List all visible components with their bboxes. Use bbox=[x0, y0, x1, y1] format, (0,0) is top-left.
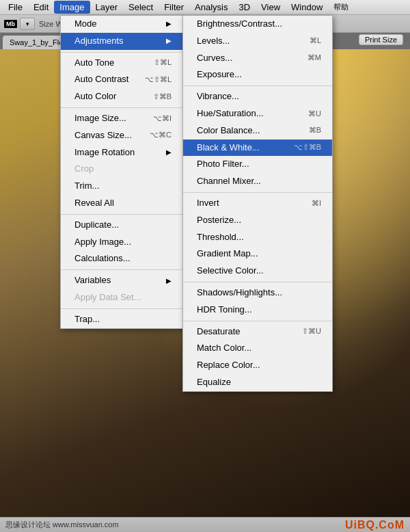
menu-auto-color[interactable]: Auto Color ⇧⌘B bbox=[61, 88, 182, 105]
menu-mode[interactable]: Mode ▶ bbox=[61, 16, 182, 33]
separator bbox=[183, 192, 332, 193]
image-menu-dropdown: Mode ▶ Adjustments ▶ Auto Tone ⇧⌘L Auto … bbox=[60, 15, 183, 329]
separator bbox=[183, 321, 332, 321]
menu-trim[interactable]: Trim... bbox=[61, 178, 182, 195]
menu-posterize[interactable]: Posterize... bbox=[183, 212, 332, 229]
menu-window[interactable]: Window bbox=[286, 1, 328, 14]
menu-edit[interactable]: Edit bbox=[28, 1, 54, 14]
bottombar: 思缘设计论坛 www.missvuan.com UiBQ.CoM bbox=[0, 517, 410, 532]
menu-equalize[interactable]: Equalize bbox=[183, 374, 332, 391]
menu-image[interactable]: Image bbox=[54, 1, 90, 14]
menu-file[interactable]: File bbox=[3, 1, 28, 14]
menu-view[interactable]: View bbox=[256, 1, 286, 14]
menu-shadows-highlights[interactable]: Shadows/Highlights... bbox=[183, 284, 332, 302]
bottom-logo: UiBQ.CoM bbox=[345, 519, 405, 531]
menu-help[interactable]: 帮助 bbox=[328, 1, 354, 14]
menu-brightness-contrast[interactable]: Brightness/Contrast... bbox=[183, 16, 332, 33]
menu-duplicate[interactable]: Duplicate... bbox=[61, 217, 182, 234]
menu-selective-color[interactable]: Selective Color... bbox=[183, 263, 332, 280]
menubar: File Edit Image Layer Select Filter Anal… bbox=[0, 0, 410, 15]
separator bbox=[61, 214, 182, 215]
menu-desaturate[interactable]: Desaturate ⇧⌘U bbox=[183, 323, 332, 341]
menu-replace-color[interactable]: Replace Color... bbox=[183, 357, 332, 374]
menu-apply-image[interactable]: Apply Image... bbox=[61, 234, 182, 251]
toolbar-btn-1[interactable]: ▾ bbox=[20, 18, 35, 30]
menu-hue-saturation[interactable]: Hue/Saturation... ⌘U bbox=[183, 105, 332, 122]
separator bbox=[183, 282, 332, 282]
mb-icon: Mb bbox=[4, 20, 17, 28]
menu-image-size[interactable]: Image Size... ⌥⌘I bbox=[61, 110, 182, 127]
menu-adjustments[interactable]: Adjustments ▶ bbox=[61, 33, 182, 50]
separator bbox=[61, 107, 182, 108]
menu-canvas-size[interactable]: Canvas Size... ⌥⌘C bbox=[61, 127, 182, 144]
menu-3d[interactable]: 3D bbox=[233, 1, 256, 14]
menu-exposure[interactable]: Exposure... bbox=[183, 66, 332, 83]
menu-trap[interactable]: Trap... bbox=[61, 311, 182, 328]
menu-levels[interactable]: Levels... ⌘L bbox=[183, 33, 332, 50]
menu-select[interactable]: Select bbox=[123, 1, 159, 14]
menu-match-color[interactable]: Match Color... bbox=[183, 340, 332, 357]
menu-reveal-all[interactable]: Reveal All bbox=[61, 195, 182, 212]
arrow-icon-adj: ▶ bbox=[166, 36, 172, 46]
menu-auto-tone[interactable]: Auto Tone ⇧⌘L bbox=[61, 55, 182, 72]
arrow-icon-rot: ▶ bbox=[166, 147, 172, 158]
menu-invert[interactable]: Invert ⌘I bbox=[183, 195, 332, 212]
menu-layer[interactable]: Layer bbox=[90, 1, 124, 14]
separator bbox=[61, 269, 182, 270]
menu-gradient-map[interactable]: Gradient Map... bbox=[183, 245, 332, 263]
menu-apply-data-set: Apply Data Set... bbox=[61, 289, 182, 306]
separator bbox=[61, 52, 182, 53]
menu-curves[interactable]: Curves... ⌘M bbox=[183, 50, 332, 67]
menu-black-white[interactable]: Black & White... ⌥⇧⌘B bbox=[183, 139, 332, 157]
menu-calculations[interactable]: Calculations... bbox=[61, 250, 182, 267]
menu-vibrance[interactable]: Vibrance... bbox=[183, 88, 332, 105]
menu-threshold[interactable]: Threshold... bbox=[183, 229, 332, 246]
menu-analysis[interactable]: Analysis bbox=[189, 1, 233, 14]
menu-photo-filter[interactable]: Photo Filter... bbox=[183, 156, 332, 173]
menu-auto-contrast[interactable]: Auto Contrast ⌥⇧⌘L bbox=[61, 71, 182, 88]
menu-crop: Crop bbox=[61, 161, 182, 178]
arrow-icon-var: ▶ bbox=[166, 276, 172, 287]
adjustments-menu-dropdown: Brightness/Contrast... Levels... ⌘L Curv… bbox=[182, 15, 333, 392]
menu-filter[interactable]: Filter bbox=[159, 1, 189, 14]
menu-hdr-toning[interactable]: HDR Toning... bbox=[183, 302, 332, 319]
bottom-watermark-text: 思缘设计论坛 www.missvuan.com bbox=[5, 520, 119, 530]
arrow-icon: ▶ bbox=[166, 18, 172, 29]
menu-color-balance[interactable]: Color Balance... ⌘B bbox=[183, 122, 332, 139]
menu-variables[interactable]: Variables ▶ bbox=[61, 272, 182, 289]
separator bbox=[61, 308, 182, 309]
menu-image-rotation[interactable]: Image Rotation ▶ bbox=[61, 144, 182, 161]
menu-channel-mixer[interactable]: Channel Mixer... bbox=[183, 173, 332, 190]
print-size-button[interactable]: Print Size bbox=[359, 34, 403, 45]
separator bbox=[183, 85, 332, 86]
